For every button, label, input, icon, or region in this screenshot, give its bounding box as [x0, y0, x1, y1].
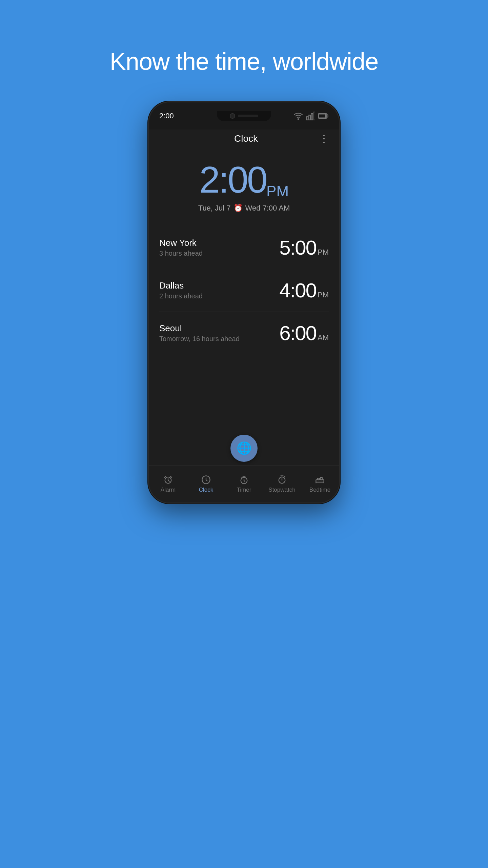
wifi-icon: [293, 111, 303, 121]
main-time-ampm: PM: [266, 183, 289, 199]
alarm-icon: [163, 475, 173, 485]
hero-tagline: Know the time, worldwide: [110, 47, 378, 75]
stopwatch-icon: [277, 475, 287, 485]
svg-rect-6: [327, 115, 328, 117]
clock-city-seoul: Seoul: [159, 323, 279, 334]
svg-rect-3: [311, 114, 313, 120]
globe-icon: 🌐: [237, 441, 252, 455]
svg-rect-4: [313, 112, 315, 120]
list-item: New York 3 hours ahead 5:00 PM: [159, 226, 329, 269]
more-menu-button[interactable]: ⋮: [319, 133, 329, 144]
clock-time-main-newyork: 5:00: [279, 236, 316, 259]
clock-icon: [201, 475, 211, 485]
add-city-fab[interactable]: 🌐: [230, 435, 258, 462]
next-alarm-text: Wed 7:00 AM: [245, 204, 290, 213]
tab-stopwatch[interactable]: Stopwatch: [263, 475, 301, 493]
status-icons: [293, 111, 329, 121]
clock-time-seoul: 6:00 AM: [279, 321, 329, 345]
svg-rect-14: [320, 477, 322, 480]
clock-time-ampm-dallas: PM: [318, 291, 329, 299]
clock-time-dallas: 4:00 PM: [279, 279, 329, 302]
main-time-display: 2:00PM: [159, 161, 329, 200]
timer-icon: [239, 475, 249, 485]
svg-rect-7: [319, 114, 326, 118]
svg-point-0: [298, 119, 299, 119]
status-bar: 2:00: [159, 109, 329, 123]
clock-info-newyork: New York 3 hours ahead: [159, 238, 279, 257]
signal-icon: [306, 111, 315, 121]
status-time: 2:00: [159, 112, 174, 120]
phone-mockup: 2:00: [149, 102, 339, 502]
clock-time-ampm-seoul: AM: [318, 333, 329, 342]
clock-time-main-seoul: 6:00: [279, 321, 316, 345]
tab-clock[interactable]: Clock: [187, 475, 225, 493]
svg-rect-13: [318, 478, 320, 480]
list-item: Seoul Tomorrow, 16 hours ahead 6:00 AM: [159, 312, 329, 354]
svg-rect-1: [306, 117, 308, 120]
main-date-text: Tue, Jul 7: [198, 204, 231, 213]
tab-bedtime-label: Bedtime: [309, 487, 330, 493]
svg-rect-2: [309, 115, 310, 120]
tab-timer[interactable]: Timer: [225, 475, 263, 493]
main-date: Tue, Jul 7 ⏰ Wed 7:00 AM: [159, 204, 329, 213]
app-bar: Clock ⋮: [149, 126, 339, 151]
clock-time-ampm-newyork: PM: [318, 248, 329, 257]
tab-stopwatch-label: Stopwatch: [268, 487, 295, 493]
clock-offset-seoul: Tomorrow, 16 hours ahead: [159, 335, 279, 343]
world-clocks: New York 3 hours ahead 5:00 PM Dallas 2 …: [149, 226, 339, 428]
clock-city-dallas: Dallas: [159, 280, 279, 291]
tab-alarm[interactable]: Alarm: [149, 475, 187, 493]
main-clock: 2:00PM Tue, Jul 7 ⏰ Wed 7:00 AM: [149, 151, 339, 219]
list-item: Dallas 2 hours ahead 4:00 PM: [159, 269, 329, 312]
clock-city-newyork: New York: [159, 238, 279, 248]
tab-alarm-label: Alarm: [161, 487, 176, 493]
fab-container: 🌐: [149, 428, 339, 465]
clock-offset-dallas: 2 hours ahead: [159, 292, 279, 300]
clock-offset-newyork: 3 hours ahead: [159, 250, 279, 257]
battery-icon: [318, 113, 329, 119]
tab-timer-label: Timer: [237, 487, 251, 493]
svg-rect-12: [316, 480, 324, 482]
screen: Clock ⋮ 2:00PM Tue, Jul 7 ⏰ Wed 7:00 AM …: [149, 126, 339, 502]
clock-time-newyork: 5:00 PM: [279, 236, 329, 259]
tab-clock-label: Clock: [199, 487, 214, 493]
bedtime-icon: [315, 475, 325, 485]
divider: [159, 223, 329, 223]
app-title: Clock: [173, 133, 319, 144]
bottom-nav: Alarm Clock Timer: [149, 465, 339, 502]
tab-bedtime[interactable]: Bedtime: [301, 475, 339, 493]
alarm-icon-inline: ⏰: [233, 204, 243, 213]
clock-time-main-dallas: 4:00: [279, 279, 316, 302]
clock-info-dallas: Dallas 2 hours ahead: [159, 280, 279, 300]
clock-info-seoul: Seoul Tomorrow, 16 hours ahead: [159, 323, 279, 343]
main-time: 2:00: [199, 159, 266, 200]
